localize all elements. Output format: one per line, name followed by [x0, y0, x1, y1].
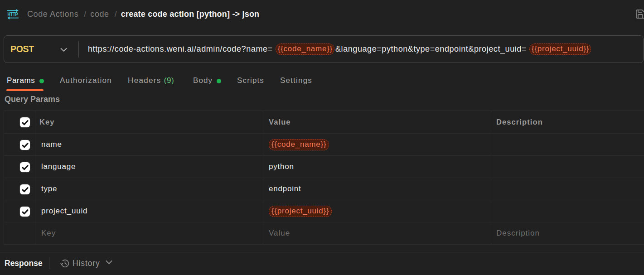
svg-text:HTTP: HTTP	[8, 11, 18, 18]
